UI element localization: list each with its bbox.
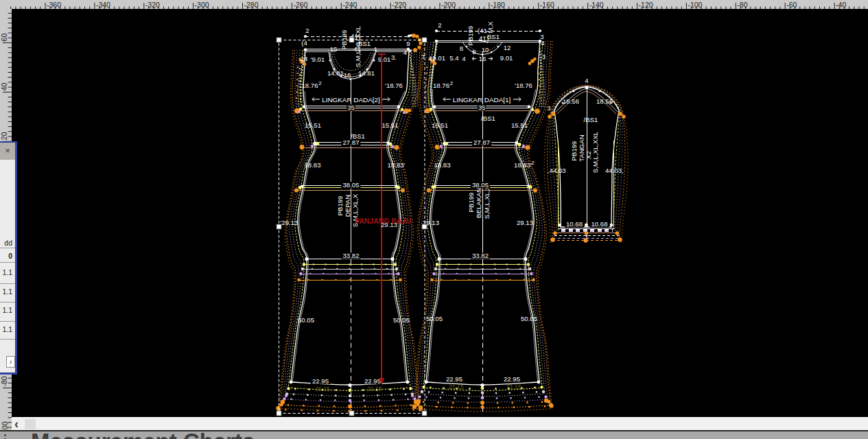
svg-text:-140: -140 <box>589 1 604 9</box>
svg-text:3: 3 <box>542 53 546 60</box>
svg-text:PB199: PB199 <box>570 141 578 161</box>
svg-text:2: 2 <box>305 27 309 34</box>
svg-text:S,M,L,XL,XXL: S,M,L,XL,XXL <box>591 131 599 173</box>
svg-text:18.76: 18.76 <box>301 82 318 89</box>
svg-text:9: 9 <box>472 48 476 56</box>
svg-text:9.01: 9.01 <box>500 54 513 62</box>
svg-text:15.51: 15.51 <box>382 121 398 129</box>
svg-text:-180: -180 <box>491 1 505 9</box>
svg-text:18.83: 18.83 <box>434 161 450 169</box>
svg-text:-360: -360 <box>47 1 61 9</box>
svg-text:20: 20 <box>1 132 9 140</box>
svg-text:DEPAN: DEPAN <box>344 195 351 217</box>
svg-text:29.13: 29.13 <box>517 219 533 226</box>
svg-text:4: 4 <box>585 77 589 84</box>
svg-text:10: 10 <box>482 46 489 54</box>
svg-text:14.81: 14.81 <box>327 69 344 77</box>
svg-text:15.51: 15.51 <box>432 121 448 129</box>
svg-text:14.81: 14.81 <box>358 69 375 77</box>
svg-text:-100: -100 <box>1 421 9 430</box>
svg-text:1: 1 <box>374 45 377 53</box>
svg-text:4: 4 <box>541 39 545 47</box>
svg-text:18.56: 18.56 <box>563 97 579 105</box>
svg-text:50.05: 50.05 <box>426 315 443 322</box>
svg-text:19.01: 19.01 <box>429 54 445 62</box>
svg-text:22.95: 22.95 <box>312 377 329 385</box>
svg-text:18.76: 18.76 <box>433 82 449 89</box>
svg-text:'9.01: '9.01 <box>311 56 325 63</box>
svg-text:33.82: 33.82 <box>342 252 359 259</box>
svg-text:38.05: 38.05 <box>472 181 489 189</box>
svg-text:5.4: 5.4 <box>449 54 459 62</box>
svg-text:2: 2 <box>450 80 454 86</box>
svg-text:PB199: PB199 <box>467 26 474 46</box>
svg-text:2: 2 <box>318 80 322 86</box>
svg-text:9.01: 9.01 <box>378 56 391 63</box>
svg-text:S,M,L,XL,XXL: S,M,L,XL,XXL <box>354 25 362 67</box>
svg-text:PB199: PB199 <box>336 196 344 216</box>
svg-text:50.05: 50.05 <box>393 316 410 324</box>
svg-text:2: 2 <box>531 160 535 166</box>
svg-text:-220: -220 <box>392 1 406 9</box>
svg-text:12: 12 <box>504 44 511 51</box>
svg-text:/BS1: /BS1 <box>584 116 598 123</box>
svg-text:38.05: 38.05 <box>342 181 359 189</box>
svg-text:40: 40 <box>1 82 9 91</box>
svg-text:-60: -60 <box>786 1 797 9</box>
svg-text:29.13: 29.13 <box>381 221 397 228</box>
svg-text:/BS1: /BS1 <box>481 115 495 122</box>
svg-text:-200: -200 <box>441 1 456 9</box>
svg-text:35: 35 <box>347 104 355 111</box>
svg-text:18.83: 18.83 <box>304 161 320 169</box>
svg-text:(41: (41 <box>478 27 487 34</box>
svg-text:LINGKAR DADA[1]: LINGKAR DADA[1] <box>453 96 511 104</box>
svg-text:27.87: 27.87 <box>473 139 490 146</box>
svg-text:-160: -160 <box>540 1 554 9</box>
svg-text:15: 15 <box>330 45 338 53</box>
svg-text:S,M,L,XL,X: S,M,L,XL,X <box>483 185 491 219</box>
svg-text:-280: -280 <box>244 1 259 9</box>
svg-text:-260: -260 <box>293 1 307 9</box>
svg-text:44.03,: 44.03, <box>605 167 624 174</box>
svg-text:3.: 3. <box>391 54 397 61</box>
svg-text:BS1: BS1 <box>487 33 500 40</box>
svg-text:-80: -80 <box>1 376 9 386</box>
svg-text:,44.03: ,44.03 <box>548 167 566 174</box>
svg-text:33.82: 33.82 <box>472 252 489 259</box>
svg-text:-120: -120 <box>639 1 653 9</box>
svg-text:60: 60 <box>1 34 9 42</box>
svg-text:50.05: 50.05 <box>521 315 537 322</box>
svg-text:M,X: M,X <box>486 21 494 34</box>
svg-text:-80: -80 <box>737 1 747 9</box>
svg-text:4: 4 <box>403 49 408 56</box>
svg-text:2: 2 <box>438 21 441 29</box>
svg-text:22.95: 22.95 <box>446 375 462 383</box>
svg-text:22.95: 22.95 <box>364 377 381 385</box>
svg-text:'18.76: '18.76 <box>515 82 532 89</box>
svg-text:/BS1: /BS1 <box>351 132 365 140</box>
svg-text:9: 9 <box>406 40 410 47</box>
svg-text:4: 4 <box>462 56 465 62</box>
svg-text:22.95: 22.95 <box>504 375 520 383</box>
svg-text:-100: -100 <box>688 1 702 9</box>
svg-text:16: 16 <box>344 71 351 79</box>
svg-text:15.51: 15.51 <box>511 121 528 129</box>
svg-text:-240: -240 <box>342 1 357 9</box>
svg-text:PB199: PB199 <box>467 193 475 213</box>
svg-text:'18.76: '18.76 <box>385 82 403 89</box>
svg-text:35: 35 <box>478 104 486 111</box>
svg-text:-320: -320 <box>145 1 160 9</box>
svg-text:50.05: 50.05 <box>298 316 314 324</box>
svg-text:8: 8 <box>460 45 463 52</box>
svg-text:15.51: 15.51 <box>305 121 321 129</box>
svg-text:14: 14 <box>301 55 308 62</box>
svg-text:-340: -340 <box>96 1 110 9</box>
svg-text:LINGKAR DADA[2]: LINGKAR DADA[2] <box>322 96 380 104</box>
svg-text:18.83': 18.83' <box>388 161 406 169</box>
svg-text:10.68: 10.68 <box>591 220 607 228</box>
svg-text:18.83': 18.83' <box>514 161 532 169</box>
svg-text:3: 3 <box>547 104 550 112</box>
svg-text:'29.13: '29.13 <box>281 219 298 226</box>
svg-text:-300: -300 <box>195 1 209 9</box>
svg-text:16: 16 <box>479 55 486 62</box>
